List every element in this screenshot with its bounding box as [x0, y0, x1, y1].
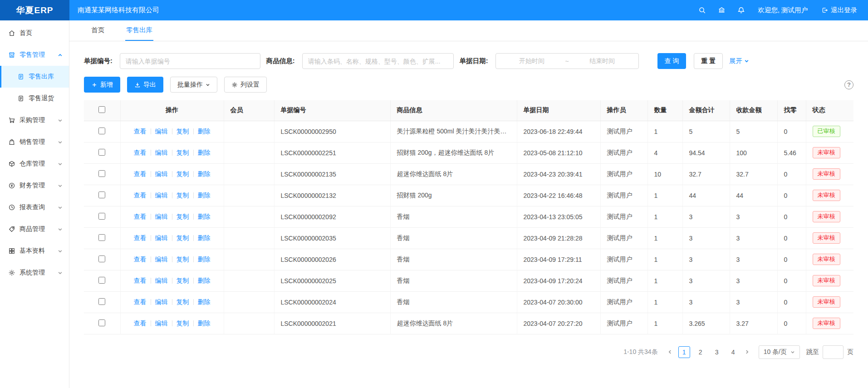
date-end-placeholder[interactable]: 结束时间: [572, 57, 633, 65]
bell-icon[interactable]: [737, 6, 745, 14]
row-action-copy[interactable]: 复制: [177, 149, 189, 156]
search-icon[interactable]: [698, 6, 706, 14]
platform-icon[interactable]: [718, 6, 726, 14]
product-info-cell: 香烟: [390, 291, 517, 313]
row-checkbox[interactable]: [98, 192, 105, 198]
sidebar-item-retail-return[interactable]: 零售退货: [0, 88, 69, 109]
order-no-input[interactable]: [120, 53, 260, 69]
row-checkbox[interactable]: [98, 255, 105, 262]
change-cell: 0: [777, 185, 806, 206]
row-action-delete[interactable]: 删除: [198, 170, 211, 177]
row-action-delete[interactable]: 删除: [198, 234, 211, 241]
order-no-cell: LSCK00000002021: [274, 313, 390, 334]
row-action-copy[interactable]: 复制: [177, 128, 189, 135]
row-action-view[interactable]: 查看: [134, 213, 147, 220]
row-checkbox[interactable]: [98, 170, 105, 177]
row-checkbox[interactable]: [98, 128, 105, 134]
row-action-delete[interactable]: 删除: [198, 255, 211, 263]
row-action-delete[interactable]: 删除: [198, 213, 211, 220]
page-button-4[interactable]: 4: [727, 346, 739, 358]
prev-page-button[interactable]: [664, 346, 676, 358]
row-action-copy[interactable]: 复制: [177, 277, 189, 284]
batch-actions-button[interactable]: 批量操作: [170, 77, 217, 93]
row-checkbox[interactable]: [98, 213, 105, 220]
sidebar-item-basic-data[interactable]: 基本资料: [0, 240, 69, 262]
sidebar-item-retail-outbound[interactable]: 零售出库: [0, 66, 69, 88]
row-action-view[interactable]: 查看: [134, 298, 147, 305]
tab-retail-outbound[interactable]: 零售出库: [125, 20, 153, 41]
row-action-view[interactable]: 查看: [134, 319, 147, 327]
row-checkbox[interactable]: [98, 298, 105, 305]
row-action-edit[interactable]: 编辑: [155, 128, 168, 135]
sidebar-item-reports[interactable]: 报表查询: [0, 196, 69, 218]
column-settings-button[interactable]: 列设置: [224, 77, 267, 93]
sidebar-item-finance[interactable]: 财务管理: [0, 175, 69, 196]
row-action-edit[interactable]: 编辑: [155, 277, 168, 284]
operator-cell: 测试用户: [600, 163, 647, 185]
date-range-input[interactable]: 开始时间 ~ 结束时间: [495, 53, 639, 69]
row-action-edit[interactable]: 编辑: [155, 170, 168, 177]
status-cell: 未审核: [806, 163, 853, 185]
row-action-view[interactable]: 查看: [134, 149, 147, 156]
next-page-button[interactable]: [741, 346, 753, 358]
row-action-edit[interactable]: 编辑: [155, 149, 168, 156]
logout-button[interactable]: 退出登录: [821, 6, 857, 15]
date-start-placeholder[interactable]: 开始时间: [501, 57, 563, 65]
row-action-delete[interactable]: 删除: [198, 319, 211, 327]
jump-page-input[interactable]: [823, 345, 843, 359]
row-action-delete[interactable]: 删除: [198, 192, 211, 199]
help-icon[interactable]: [844, 80, 853, 89]
sidebar-item-retail[interactable]: 零售管理: [0, 44, 69, 66]
row-action-copy[interactable]: 复制: [177, 255, 189, 263]
row-action-edit[interactable]: 编辑: [155, 213, 168, 220]
row-action-edit[interactable]: 编辑: [155, 192, 168, 199]
search-button[interactable]: 查 询: [657, 53, 687, 69]
row-action-view[interactable]: 查看: [134, 128, 147, 135]
sidebar-item-purchase[interactable]: 采购管理: [0, 109, 69, 131]
row-action-edit[interactable]: 编辑: [155, 298, 168, 305]
row-action-view[interactable]: 查看: [134, 170, 147, 177]
page-button-3[interactable]: 3: [711, 346, 723, 358]
row-checkbox[interactable]: [98, 234, 105, 241]
sidebar-item-system[interactable]: 系统管理: [0, 262, 69, 284]
row-action-copy[interactable]: 复制: [177, 192, 189, 199]
row-action-edit[interactable]: 编辑: [155, 255, 168, 263]
chevron-down-icon: [58, 270, 63, 275]
row-action-view[interactable]: 查看: [134, 234, 147, 241]
order-no-cell: LSCK00000002024: [274, 291, 390, 313]
row-action-delete[interactable]: 删除: [198, 149, 211, 156]
page-button-2[interactable]: 2: [695, 346, 706, 358]
row-action-copy[interactable]: 复制: [177, 213, 189, 220]
row-action-edit[interactable]: 编辑: [155, 319, 168, 327]
column-header-actions: 操作: [120, 100, 224, 121]
page-button-1[interactable]: 1: [678, 346, 690, 358]
row-action-view[interactable]: 查看: [134, 277, 147, 284]
add-button[interactable]: 新增: [84, 77, 120, 93]
tab-home[interactable]: 首页: [90, 20, 105, 41]
product-info-input[interactable]: [302, 53, 454, 69]
row-action-delete[interactable]: 删除: [198, 277, 211, 284]
select-all-cell: [84, 100, 120, 121]
sidebar-item-warehouse[interactable]: 仓库管理: [0, 153, 69, 175]
row-action-copy[interactable]: 复制: [177, 319, 189, 327]
sidebar-item-sales[interactable]: 销售管理: [0, 131, 69, 153]
row-action-delete[interactable]: 删除: [198, 298, 211, 305]
expand-link[interactable]: 展开: [729, 57, 749, 65]
row-action-copy[interactable]: 复制: [177, 234, 189, 241]
row-checkbox[interactable]: [98, 149, 105, 156]
reset-button[interactable]: 重 置: [694, 53, 723, 69]
select-all-checkbox[interactable]: [98, 106, 105, 113]
page-size-select[interactable]: 10 条/页: [759, 345, 800, 359]
row-action-view[interactable]: 查看: [134, 192, 147, 199]
export-button[interactable]: 导出: [127, 77, 163, 93]
row-action-copy[interactable]: 复制: [177, 170, 189, 177]
row-checkbox[interactable]: [98, 319, 105, 326]
row-action-copy[interactable]: 复制: [177, 298, 189, 305]
row-action-edit[interactable]: 编辑: [155, 234, 168, 241]
row-action-view[interactable]: 查看: [134, 255, 147, 263]
row-checkbox[interactable]: [98, 277, 105, 284]
sidebar-item-home[interactable]: 首页: [0, 22, 69, 44]
row-action-delete[interactable]: 删除: [198, 128, 211, 135]
sidebar-item-goods[interactable]: 商品管理: [0, 218, 69, 240]
order-no-filter: 单据编号:: [84, 53, 260, 69]
